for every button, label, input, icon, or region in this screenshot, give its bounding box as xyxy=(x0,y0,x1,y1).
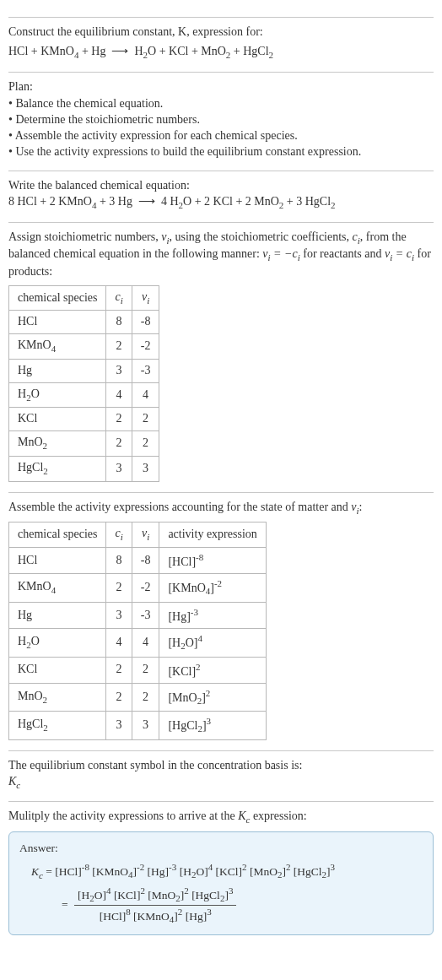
table-header-row: chemical species ci νi xyxy=(9,285,159,311)
table-row: KMnO42-2 xyxy=(9,334,159,360)
table-row: HgCl233[HgCl2]3 xyxy=(9,712,267,739)
balanced-section: Write the balanced chemical equation: 8 … xyxy=(8,171,434,212)
kc-symbol: Kc xyxy=(8,774,434,792)
plan-item: Determine the stoichiometric numbers. xyxy=(8,112,434,128)
table-header-row: chemical species ci νi activity expressi… xyxy=(9,522,267,548)
stoich-table: chemical species ci νi HCl8-8 KMnO42-2 H… xyxy=(8,285,159,482)
plan-item: Use the activity expressions to build th… xyxy=(8,144,434,160)
header-section: Construct the equilibrium constant, K, e… xyxy=(8,17,434,62)
table-row: H2O44 xyxy=(9,382,159,408)
activity-section: Assemble the activity expressions accoun… xyxy=(8,492,434,740)
col-activity: activity expression xyxy=(159,522,266,548)
col-ci: ci xyxy=(106,285,132,311)
stoich-section: Assign stoichiometric numbers, νi, using… xyxy=(8,222,434,482)
col-vi: νi xyxy=(132,285,159,311)
unbalanced-equation: HCl + KMnO4 + Hg ⟶ H2O + KCl + MnO2 + Hg… xyxy=(8,44,434,62)
kc-fraction-expression: = [H2O]4 [KCl]2 [MnO2]2 [HgCl2]3 [HCl]8 … xyxy=(62,885,423,926)
kc-flat-expression: Kc = [HCl]-8 [KMnO4]-2 [Hg]-3 [H2O]4 [KC… xyxy=(50,861,423,881)
multiply-section: Mulitply the activity expressions to arr… xyxy=(8,801,434,935)
table-row: HCl8-8[HCl]-8 xyxy=(9,547,267,574)
plan-title: Plan: xyxy=(8,79,434,95)
col-species: chemical species xyxy=(9,522,106,548)
table-row: HgCl233 xyxy=(9,456,159,481)
plan-list: Balance the chemical equation. Determine… xyxy=(8,96,434,160)
answer-label: Answer: xyxy=(19,841,423,856)
activity-title: Assemble the activity expressions accoun… xyxy=(8,500,434,517)
fraction: [H2O]4 [KCl]2 [MnO2]2 [HgCl2]3 [HCl]8 [K… xyxy=(74,885,236,926)
col-vi: νi xyxy=(132,522,159,548)
plan-section: Plan: Balance the chemical equation. Det… xyxy=(8,72,434,160)
table-row: MnO222 xyxy=(9,431,159,457)
table-row: KCl22[KCl]2 xyxy=(9,657,267,684)
stoich-title: Assign stoichiometric numbers, νi, using… xyxy=(8,230,434,280)
table-row: H2O44[H2O]4 xyxy=(9,629,267,657)
plan-item: Balance the chemical equation. xyxy=(8,96,434,112)
symbol-section: The equilibrium constant symbol in the c… xyxy=(8,750,434,792)
fraction-numerator: [H2O]4 [KCl]2 [MnO2]2 [HgCl2]3 xyxy=(74,885,236,906)
fraction-denominator: [HCl]8 [KMnO4]2 [Hg]3 xyxy=(74,906,236,926)
activity-table: chemical species ci νi activity expressi… xyxy=(8,522,267,739)
plan-item: Assemble the activity expression for eac… xyxy=(8,128,434,144)
multiply-title: Mulitply the activity expressions to arr… xyxy=(8,809,434,826)
table-row: Hg3-3 xyxy=(9,359,159,382)
table-row: KCl22 xyxy=(9,408,159,431)
table-row: HCl8-8 xyxy=(9,311,159,334)
table-row: Hg3-3[Hg]-3 xyxy=(9,602,267,629)
symbol-line1: The equilibrium constant symbol in the c… xyxy=(8,758,434,774)
answer-box: Answer: Kc = [HCl]-8 [KMnO4]-2 [Hg]-3 [H… xyxy=(8,831,434,935)
col-species: chemical species xyxy=(9,285,106,311)
balanced-title: Write the balanced chemical equation: xyxy=(8,178,434,194)
prompt-line1: Construct the equilibrium constant, K, e… xyxy=(8,24,434,41)
balanced-equation: 8 HCl + 2 KMnO4 + 3 Hg ⟶ 4 H2O + 2 KCl +… xyxy=(8,194,434,212)
table-row: MnO222[MnO2]2 xyxy=(9,684,267,712)
col-ci: ci xyxy=(106,522,132,548)
table-row: KMnO42-2[KMnO4]-2 xyxy=(9,574,267,602)
